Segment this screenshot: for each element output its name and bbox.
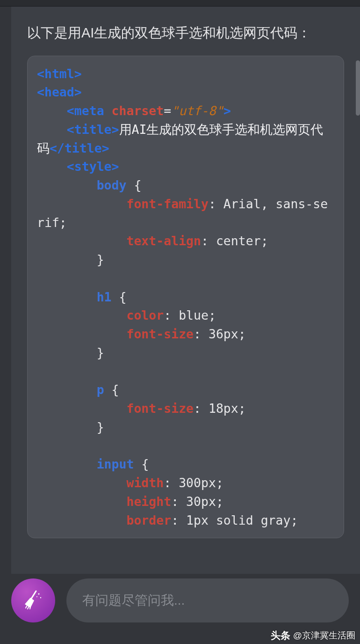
code-token: > (223, 103, 231, 118)
left-gutter (0, 7, 11, 574)
code-token: : blue; (164, 308, 216, 322)
svg-point-1 (40, 597, 41, 598)
code-token: input (97, 457, 134, 471)
code-token: </title> (50, 141, 109, 155)
new-chat-button[interactable] (11, 578, 55, 622)
code-token: : 300px; (164, 476, 223, 490)
code-token: <title> (67, 122, 119, 137)
assistant-intro-text: 以下是用AI生成的双色球手选和机选网页代码： (27, 23, 344, 43)
code-token: : 18px; (194, 401, 246, 416)
svg-point-0 (38, 593, 40, 595)
broom-icon (22, 588, 44, 613)
code-token: p (97, 382, 104, 397)
code-token: { (112, 290, 127, 304)
code-token: font-size (126, 327, 194, 341)
code-token: { (104, 382, 119, 397)
code-token: <head> (37, 85, 82, 99)
code-token: height (126, 494, 171, 509)
code-token: <html> (37, 66, 82, 81)
chat-content: 以下是用AI生成的双色球手选和机选网页代码： <html> <head> <me… (11, 7, 360, 574)
svg-point-2 (36, 596, 37, 597)
code-token: charset (112, 103, 164, 118)
watermark-handle: @京津冀生活圈 (293, 629, 355, 642)
code-token: "utf-8" (171, 103, 223, 118)
code-token: body (97, 178, 127, 192)
code-token: <meta (67, 103, 104, 118)
code-token: = (164, 103, 171, 118)
code-token: } (97, 420, 104, 434)
code-token: : 30px; (171, 494, 223, 509)
code-block[interactable]: <html> <head> <meta charset="utf-8"> <ti… (27, 56, 344, 539)
input-bar: 有问题尽管问我... (0, 574, 360, 627)
window-top-border (0, 0, 360, 7)
code-token: color (126, 308, 164, 322)
code-token: border (126, 513, 171, 527)
code-token: font-family (126, 197, 209, 211)
code-token: } (97, 252, 104, 267)
watermark-brand: 头条 (271, 629, 290, 642)
chat-input[interactable]: 有问题尽管问我... (66, 578, 349, 622)
watermark: 头条 @京津冀生活圈 (0, 627, 360, 644)
code-token: <style> (67, 159, 119, 174)
code-token: } (97, 345, 104, 360)
code-pre: <html> <head> <meta charset="utf-8"> <ti… (37, 65, 334, 530)
code-token: font-size (126, 401, 194, 416)
code-token: text-align (126, 234, 201, 248)
scrollbar-thumb[interactable] (356, 60, 360, 116)
code-token: { (134, 457, 149, 471)
chat-input-placeholder: 有问题尽管问我... (82, 592, 185, 609)
code-token: { (126, 178, 141, 192)
code-token: width (126, 476, 164, 490)
code-token: h1 (97, 290, 112, 304)
code-token: : center; (201, 234, 268, 248)
code-token: : 1px solid gray; (171, 513, 298, 527)
code-token: : 36px; (194, 327, 246, 341)
